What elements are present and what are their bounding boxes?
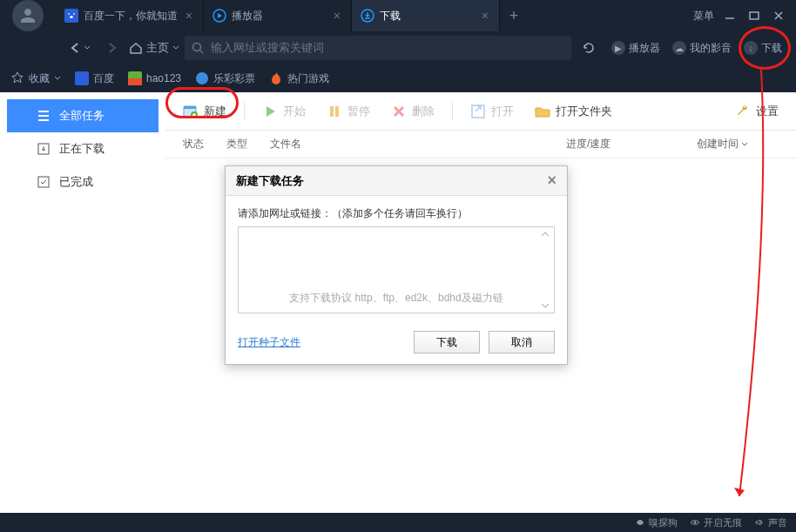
url-textarea[interactable]: 支持下载协议 http、ftp、ed2k、bdhd及磁力链 bbox=[238, 226, 555, 313]
start-button[interactable]: 开始 bbox=[255, 100, 313, 123]
settings-button[interactable]: 设置 bbox=[728, 100, 786, 123]
forward-arrow-icon bbox=[106, 42, 118, 54]
eye-icon bbox=[690, 517, 700, 528]
pause-icon bbox=[327, 104, 342, 119]
column-headers: 状态 类型 文件名 进度/速度 创建时间 bbox=[165, 131, 796, 158]
svg-rect-16 bbox=[472, 105, 484, 118]
baidu-icon bbox=[75, 71, 89, 85]
close-icon[interactable]: × bbox=[332, 9, 342, 23]
new-tab-button[interactable]: + bbox=[500, 0, 528, 31]
sidebar-item-all[interactable]: 全部任务 bbox=[7, 99, 159, 132]
dropdown-icon bbox=[172, 44, 179, 51]
wrench-icon bbox=[735, 104, 751, 119]
bookmark-baidu[interactable]: 百度 bbox=[75, 71, 114, 86]
sound-icon bbox=[754, 517, 765, 528]
svg-rect-3 bbox=[750, 12, 759, 19]
private-button[interactable]: 开启无痕 bbox=[690, 516, 742, 529]
folder-icon bbox=[535, 104, 550, 119]
col-progress[interactable]: 进度/速度 bbox=[559, 137, 690, 152]
play-icon: ▶ bbox=[611, 41, 625, 55]
maximize-button[interactable] bbox=[745, 7, 763, 24]
tab-baidu[interactable]: 百度一下，你就知道 × bbox=[56, 0, 204, 31]
new-download-dialog: 新建下载任务 × 请添加网址或链接：（添加多个任务请回车换行） 支持下载协议 h… bbox=[225, 165, 568, 365]
close-icon[interactable]: × bbox=[480, 9, 490, 23]
close-icon[interactable]: × bbox=[184, 9, 194, 23]
bookmark-hao123[interactable]: hao123 bbox=[128, 71, 181, 85]
bookmark-bar: 收藏 百度 hao123 乐彩彩票 热门游戏 bbox=[0, 64, 796, 92]
sort-desc-icon bbox=[741, 141, 748, 148]
col-name[interactable]: 文件名 bbox=[263, 137, 559, 152]
lottery-icon bbox=[195, 71, 209, 85]
done-icon bbox=[37, 175, 51, 189]
myvideo-button[interactable]: ☁ 我的影音 bbox=[667, 37, 737, 59]
open-seed-link[interactable]: 打开种子文件 bbox=[238, 335, 300, 350]
pause-button[interactable]: 暂停 bbox=[320, 100, 377, 123]
downloading-icon bbox=[37, 142, 51, 156]
svg-rect-14 bbox=[330, 106, 334, 117]
dialog-title: 新建下载任务 bbox=[236, 173, 304, 189]
home-button[interactable]: 主页 bbox=[129, 40, 179, 56]
forward-button[interactable] bbox=[101, 38, 124, 57]
svg-point-8 bbox=[196, 72, 208, 84]
fire-icon bbox=[269, 71, 283, 85]
col-time[interactable]: 创建时间 bbox=[690, 137, 786, 152]
close-window-button[interactable] bbox=[770, 7, 787, 24]
svg-rect-12 bbox=[184, 106, 196, 109]
open-button[interactable]: 打开 bbox=[463, 100, 521, 123]
tab-bar: 百度一下，你就知道 × 播放器 × 下载 × + bbox=[56, 0, 690, 31]
dialog-label: 请添加网址或链接：（添加多个任务请回车换行） bbox=[238, 206, 555, 221]
dialog-download-button[interactable]: 下载 bbox=[414, 331, 480, 354]
sniff-button[interactable]: 嗅探狗 bbox=[635, 516, 678, 529]
back-arrow-icon bbox=[68, 42, 84, 54]
svg-point-17 bbox=[694, 522, 697, 524]
download-sidebar: 全部任务 正在下载 已完成 bbox=[0, 92, 165, 513]
svg-rect-10 bbox=[38, 177, 49, 187]
address-placeholder: 输入网址或搜索关键词 bbox=[211, 40, 324, 56]
hao123-icon bbox=[128, 71, 142, 85]
user-avatar[interactable] bbox=[12, 0, 44, 31]
player-button[interactable]: ▶ 播放器 bbox=[606, 37, 665, 59]
tab-download[interactable]: 下载 × bbox=[352, 0, 500, 31]
back-button[interactable] bbox=[63, 38, 96, 57]
scrollbar[interactable] bbox=[538, 229, 552, 311]
svg-rect-7 bbox=[128, 78, 142, 85]
col-type[interactable]: 类型 bbox=[219, 137, 263, 152]
favorites-button[interactable]: 收藏 bbox=[10, 71, 61, 86]
minimize-button[interactable] bbox=[721, 7, 739, 24]
sidebar-item-done[interactable]: 已完成 bbox=[0, 165, 165, 199]
download-circle-icon bbox=[361, 9, 374, 23]
bookmark-lottery[interactable]: 乐彩彩票 bbox=[195, 71, 255, 86]
sidebar-item-downloading[interactable]: 正在下载 bbox=[0, 132, 165, 165]
search-icon bbox=[192, 42, 204, 54]
delete-icon bbox=[391, 104, 407, 119]
dropdown-icon bbox=[54, 75, 61, 82]
tab-label: 播放器 bbox=[232, 9, 263, 24]
cloud-icon: ☁ bbox=[672, 41, 686, 55]
col-status[interactable]: 状态 bbox=[176, 137, 219, 152]
download-toolbar: 新建 开始 暂停 删除 打开 打开文件夹 bbox=[165, 92, 796, 131]
download-button[interactable]: ↓ 下载 bbox=[739, 37, 787, 59]
open-folder-button[interactable]: 打开文件夹 bbox=[528, 100, 619, 123]
play-icon bbox=[262, 104, 278, 119]
scroll-down-icon bbox=[538, 300, 552, 311]
status-bar: 嗅探狗 开启无痕 声音 bbox=[0, 513, 796, 532]
bookmark-games[interactable]: 热门游戏 bbox=[269, 71, 329, 86]
refresh-icon bbox=[582, 41, 596, 55]
home-icon bbox=[129, 41, 143, 55]
download-icon: ↓ bbox=[744, 41, 758, 55]
tab-player[interactable]: 播放器 × bbox=[204, 0, 352, 31]
delete-button[interactable]: 删除 bbox=[384, 100, 442, 123]
baidu-icon bbox=[64, 9, 78, 23]
refresh-button[interactable] bbox=[577, 37, 601, 58]
dialog-close-button[interactable]: × bbox=[547, 172, 557, 190]
new-task-button[interactable]: 新建 bbox=[176, 100, 233, 123]
play-circle-icon bbox=[212, 9, 226, 23]
svg-rect-5 bbox=[75, 71, 89, 85]
sound-button[interactable]: 声音 bbox=[754, 516, 787, 529]
address-bar[interactable]: 输入网址或搜索关键词 bbox=[185, 36, 571, 60]
menu-button[interactable]: 菜单 bbox=[693, 9, 714, 24]
open-icon bbox=[470, 104, 486, 119]
list-icon bbox=[37, 109, 51, 123]
dialog-cancel-button[interactable]: 取消 bbox=[489, 331, 555, 354]
tab-label: 下载 bbox=[380, 9, 401, 24]
